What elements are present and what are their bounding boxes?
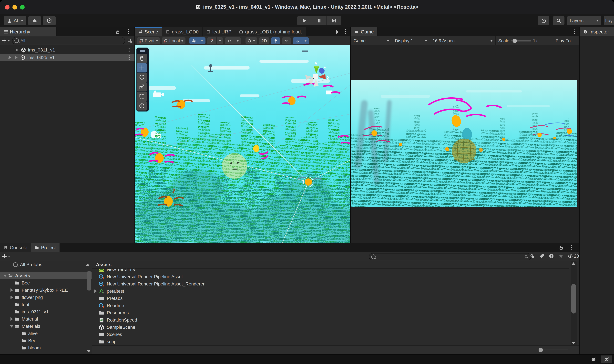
hierarchy-item-ims_0311_v1[interactable]: ims_0311_v1	[0, 46, 134, 54]
aspect-dropdown[interactable]: 16:9 Aspect	[430, 36, 496, 45]
hierarchy-search-input[interactable]	[20, 38, 123, 43]
play-button[interactable]	[297, 16, 312, 26]
tab-leaf-urp[interactable]: leaf URP	[203, 27, 235, 36]
hierarchy-lock-button[interactable]	[115, 29, 120, 35]
tab-scroll-right-button[interactable]	[336, 30, 339, 34]
lighting-toggle[interactable]	[271, 37, 280, 44]
display-dropdown[interactable]: Display 1	[392, 36, 430, 45]
hierarchy-menu-button[interactable]	[128, 30, 129, 33]
project-menu-button[interactable]	[571, 246, 572, 248]
tab-console[interactable]: Console	[0, 243, 31, 252]
grid-options-button[interactable]	[199, 37, 206, 44]
undo-history-button[interactable]	[538, 16, 549, 26]
global-search-button[interactable]	[553, 16, 564, 26]
tree-item-material[interactable]: Material	[0, 315, 92, 323]
2d-toggle[interactable]: 2D	[259, 37, 269, 44]
hierarchy-search-field[interactable]	[12, 37, 125, 44]
step-button[interactable]	[327, 16, 341, 26]
cloud-button[interactable]	[28, 16, 41, 26]
assets-scrollbar[interactable]	[571, 261, 577, 346]
scale-slider-knob[interactable]	[513, 39, 517, 43]
assets-zoom-slider[interactable]	[540, 350, 568, 351]
overlay-drag-handle[interactable]	[137, 49, 148, 53]
layers-dropdown[interactable]: Layers	[567, 16, 601, 26]
scale-tool-button[interactable]	[137, 82, 147, 91]
debugger-status-button[interactable]	[588, 355, 599, 363]
assets-scrollbar-thumb[interactable]	[571, 284, 576, 313]
kebab-icon[interactable]	[129, 57, 130, 58]
tree-item-fantasy-skybox[interactable]: Fantasy Skybox FREE	[0, 286, 92, 294]
hand-tool-button[interactable]	[137, 54, 147, 63]
filter-by-type-icon[interactable]	[530, 253, 535, 259]
minimize-window-button[interactable]	[13, 5, 17, 10]
picker-icon[interactable]	[524, 255, 529, 259]
hierarchy-create-button[interactable]	[2, 39, 10, 43]
local-dropdown[interactable]: Local	[162, 37, 185, 44]
saved-search-all-prefabs[interactable]: All Prefabs	[0, 261, 92, 268]
rotate-tool-button[interactable]	[137, 73, 147, 82]
move-tool-button[interactable]	[137, 63, 147, 72]
scroll-up-icon[interactable]	[572, 262, 575, 265]
tree-scrollbar-thumb[interactable]	[87, 271, 91, 291]
asset-scenes[interactable]: Scenes	[92, 331, 569, 338]
asset-resources[interactable]: Resources	[92, 309, 569, 316]
tree-item-materials[interactable]: Materials	[0, 323, 92, 330]
snap-options-button[interactable]	[216, 37, 223, 44]
asset-urp-asset[interactable]: New Universal Render Pipeline Asset	[92, 273, 569, 280]
tab-project[interactable]: Project	[31, 243, 60, 252]
tab-grass-lod1[interactable]: grass_LOD1 (nothing load.	[235, 27, 306, 36]
pivot-dropdown[interactable]: Pivot	[137, 37, 160, 44]
scene-menu-button[interactable]	[345, 30, 346, 33]
asset-readme[interactable]: Readme	[92, 302, 569, 309]
kebab-icon[interactable]	[129, 50, 130, 51]
layout-dropdown[interactable]: Lay	[604, 16, 614, 26]
tab-hierarchy[interactable]: Hierarchy	[0, 27, 57, 36]
scene-viewport[interactable]: grass20gras grass20gras grass20gras gras…	[135, 45, 350, 243]
version-control-button[interactable]	[43, 16, 56, 26]
hierarchy-item-ims_0325_v1[interactable]: ims_0325_v1	[0, 54, 134, 61]
asset-samplescene[interactable]: SampleScene	[92, 324, 569, 331]
tab-grass-lod0[interactable]: grass_LOD0	[162, 27, 203, 36]
asset-prefabs[interactable]: Prefabs	[92, 295, 569, 302]
favorites-star-icon[interactable]	[558, 253, 563, 259]
tree-item-flower-png[interactable]: flower png	[0, 294, 92, 301]
effects-options-button[interactable]	[302, 37, 309, 44]
tree-item-font[interactable]: font	[0, 301, 92, 308]
draw-mode-dropdown[interactable]	[246, 37, 257, 44]
assets-zoom-knob[interactable]	[538, 348, 543, 352]
tree-item-alive[interactable]: alive	[0, 330, 92, 337]
scroll-down-icon[interactable]	[87, 350, 91, 352]
expand-icon[interactable]	[15, 56, 18, 59]
effects-control[interactable]	[293, 37, 309, 44]
scroll-up-icon[interactable]	[86, 263, 90, 266]
progress-status-button[interactable]	[601, 355, 612, 363]
snap-control[interactable]	[207, 37, 223, 44]
increment-snap-control[interactable]	[225, 37, 241, 44]
tab-scene[interactable]: Scene	[135, 27, 162, 36]
tree-item-bee[interactable]: Bee	[0, 279, 92, 286]
tree-item-bee-material[interactable]: Bee	[0, 337, 92, 344]
expand-icon[interactable]	[16, 48, 18, 52]
game-menu-button[interactable]	[574, 30, 575, 33]
picker-icon[interactable]	[127, 38, 132, 43]
audio-toggle[interactable]	[282, 37, 291, 44]
transform-tool-button[interactable]	[137, 101, 147, 111]
project-search-input[interactable]	[377, 254, 523, 260]
cursor-hand-icon[interactable]	[8, 55, 13, 60]
project-lock-button[interactable]	[559, 245, 564, 251]
rect-tool-button[interactable]	[137, 92, 147, 101]
close-window-button[interactable]	[5, 5, 10, 10]
pause-button[interactable]	[312, 16, 327, 26]
scroll-down-icon[interactable]	[572, 342, 575, 344]
tree-item-bloom[interactable]: bloom	[0, 344, 92, 351]
game-mode-dropdown[interactable]: Game	[351, 36, 392, 45]
play-focused-dropdown[interactable]: Play Fo	[553, 36, 579, 45]
tab-inspector[interactable]: Inspector	[580, 27, 614, 36]
tree-item-assets[interactable]: Assets	[0, 272, 92, 279]
project-search-field[interactable]	[369, 253, 531, 260]
grid-visibility-control[interactable]	[189, 37, 206, 44]
filter-by-label-icon[interactable]	[539, 253, 545, 259]
tab-game[interactable]: Game	[351, 27, 378, 36]
hidden-count-toggle[interactable]: 23	[568, 253, 579, 259]
tree-item-ims-0311[interactable]: ims_0311_v1	[0, 308, 92, 315]
